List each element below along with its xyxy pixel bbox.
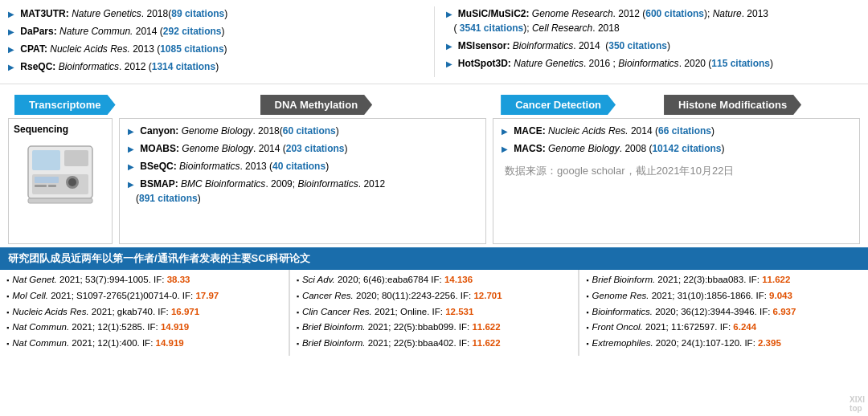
bullet-icon: ▪ (586, 308, 588, 319)
citation-macs: MACS: Genome Biology. 2008 (10142 citati… (502, 141, 851, 156)
bullet-icon: ▪ (6, 292, 9, 303)
tool-name: CPAT: (20, 43, 50, 55)
svg-rect-6 (35, 177, 59, 183)
pub-text: Brief Bioinform. 2021; 22(5):bbaa402. IF… (302, 336, 501, 351)
watermark: XIXItop (850, 395, 865, 413)
source-note: 数据来源：google scholar，截止2021年10月22日 (502, 164, 851, 178)
tool-name: HotSpot3D: (458, 58, 514, 69)
pub-text: Clin Cancer Res. 2021; Online. IF: 12.53… (302, 305, 474, 320)
pub-text: Front Oncol. 2021; 11:672597. IF: 6.244 (592, 320, 757, 335)
citations: 1314 citations (152, 61, 215, 72)
pub-item: ▪ Cancer Res. 2020; 80(11):2243-2256. IF… (297, 289, 572, 304)
transcriptome-label-wrapper: Transcriptome (14, 95, 116, 115)
citation-bsmap: BSMAP: BMC Bioinformatics. 2009; Bioinfo… (128, 177, 477, 206)
bullet-icon: ▪ (6, 275, 9, 287)
pub-text: Nat Commun. 2021; 12(1):5285. IF: 14.919 (12, 320, 189, 335)
citations: 1085 citations (160, 43, 223, 55)
pub-text: Bioinformatics. 2020; 36(12):3944-3946. … (592, 305, 796, 320)
sequencing-label: Sequencing (14, 124, 68, 135)
tool-name: DaPars: (20, 26, 59, 37)
top-left-citations: MAT3UTR: Nature Genetics. 2018(89 citati… (8, 6, 423, 77)
bullet-icon: ▪ (586, 275, 588, 287)
label-transcriptome: Transcriptome (14, 95, 116, 115)
citation-cpat: CPAT: Nucleic Acids Res. 2013 (1085 cita… (8, 42, 423, 56)
journal: Bioinformatics (59, 61, 119, 72)
pub-item: ▪ Nat Commun. 2021; 12(1):5285. IF: 14.9… (6, 320, 282, 335)
journal: Genome Research (532, 8, 613, 19)
publications-header: 研究团队成员近两年以第一作者/通讯作者发表的主要SCI科研论文 (0, 247, 868, 270)
pub-item: ▪ Nucleic Acids Res. 2021; gkab740. IF: … (6, 305, 282, 320)
pub-col-2: ▪ Sci Adv. 2020; 6(46):eaba6784 IF: 14.1… (290, 270, 579, 356)
journal: Nature Genetics (72, 8, 141, 19)
bullet-icon: ▪ (586, 323, 588, 334)
pub-item: ▪ Genome Res. 2021; 31(10):1856-1866. IF… (586, 289, 862, 304)
sequencer-image (20, 138, 100, 210)
tool-name: MuSiC/MuSiC2: (458, 8, 532, 19)
journal: Nature Commun. (59, 26, 133, 37)
content-section: Sequencing Canyon: Genome Biology. 2018(… (0, 115, 868, 247)
pub-item: ▪ Front Oncol. 2021; 11:672597. IF: 6.24… (586, 320, 862, 335)
citations: 115 citations (711, 58, 770, 69)
journal: Nucleic Acids Res. (50, 43, 130, 55)
citation-moabs: MOABS: Genome Biology. 2014 (203 citatio… (128, 141, 477, 156)
pub-item: ▪ Brief Bioinform. 2021; 22(3):bbaa083. … (586, 273, 862, 288)
pub-text: Cancer Res. 2020; 80(11):2243-2256. IF: … (302, 289, 502, 304)
pub-text: Genome Res. 2021; 31(10):1856-1866. IF: … (592, 289, 792, 304)
svg-rect-7 (35, 185, 47, 187)
bullet-icon: ▪ (6, 308, 9, 319)
cancer-detection-box: MACE: Nucleic Acids Res. 2014 (66 citati… (493, 118, 860, 244)
labels-row: Transcriptome DNA Methylation Cancer Det… (0, 84, 868, 115)
svg-rect-2 (64, 150, 88, 166)
bullet-icon: ▪ (297, 308, 299, 319)
citations: 600 citations (645, 8, 704, 19)
bullet-icon: ▪ (586, 292, 588, 303)
citation-msisensor: MSIsensor: Bioinformatics. 2014 (350 cit… (446, 39, 861, 53)
citation-rseqc: RseQC: Bioinformatics. 2012 (1314 citati… (8, 59, 423, 74)
bullet-icon: ▪ (586, 339, 588, 350)
dna-methylation-box: Canyon: Genome Biology. 2018(60 citation… (119, 118, 486, 244)
citation-dapars: DaPars: Nature Commun. 2014 (292 citatio… (8, 24, 423, 39)
journal: Nature Genetics (514, 58, 583, 69)
pub-item: ▪ Brief Bioinform. 2021; 22(5):bbaa402. … (297, 336, 572, 351)
pub-text: Brief Bioinform. 2021; 22(5):bbab099. IF… (302, 320, 501, 335)
bullet-icon: ▪ (297, 323, 299, 334)
publications-list: ▪ Nat Genet. 2021; 53(7):994-1005. IF: 3… (0, 270, 868, 356)
citations: 89 citations (171, 8, 224, 19)
bullet-icon: ▪ (297, 339, 299, 350)
histone-label-wrapper: Histone Modifications (664, 95, 801, 115)
citation-music: MuSiC/MuSiC2: Genome Research. 2012 (600… (446, 6, 861, 35)
citation-mace: MACE: Nucleic Acids Res. 2014 (66 citati… (502, 124, 851, 138)
bullet-icon: ▪ (297, 292, 299, 303)
pub-text: Sci Adv. 2020; 6(46):eaba6784 IF: 14.136 (302, 273, 473, 288)
citation-bseqc: BSeQC: Bioinformatics. 2013 (40 citation… (128, 159, 477, 173)
pub-text: Nat Genet. 2021; 53(7):994-1005. IF: 38.… (12, 273, 190, 288)
pub-item: ▪ Bioinformatics. 2020; 36(12):3944-3946… (586, 305, 862, 320)
pub-item: ▪ Brief Bioinform. 2021; 22(5):bbab099. … (297, 320, 572, 335)
pub-text: Mol Cell. 2021; S1097-2765(21)00714-0. I… (12, 289, 219, 304)
divider-vertical (434, 6, 435, 77)
citations: 350 citations (608, 40, 667, 51)
journal: Bioinformatics (513, 40, 573, 51)
bullet-icon: ▪ (297, 275, 299, 287)
cancer-label-wrapper: Cancer Detection (501, 95, 616, 115)
pub-item: ▪ Extremophiles. 2020; 24(1):107-120. IF… (586, 336, 862, 351)
main-container: MAT3UTR: Nature Genetics. 2018(89 citati… (0, 0, 868, 416)
pub-item: ▪ Sci Adv. 2020; 6(46):eaba6784 IF: 14.1… (297, 273, 572, 288)
dna-label-wrapper: DNA Methylation (260, 95, 373, 115)
publications-title: 研究团队成员近两年以第一作者/通讯作者发表的主要SCI科研论文 (8, 252, 310, 264)
citations-3541: 3541 citations (460, 22, 523, 34)
svg-point-5 (68, 178, 76, 186)
svg-rect-8 (48, 185, 56, 187)
citation-hotspot3d: HotSpot3D: Nature Genetics. 2016 ; Bioin… (446, 56, 861, 71)
tool-name: RseQC: (20, 61, 58, 72)
label-histone-modifications: Histone Modifications (664, 95, 801, 115)
sequencing-box: Sequencing (8, 118, 113, 244)
label-dna-methylation: DNA Methylation (260, 95, 373, 115)
tool-name: MAT3UTR: (20, 8, 72, 19)
pub-text: Nucleic Acids Res. 2021; gkab740. IF: 16… (12, 305, 199, 320)
bullet-icon: ▪ (6, 323, 9, 334)
citations: 292 citations (163, 26, 222, 37)
pub-col-1: ▪ Nat Genet. 2021; 53(7):994-1005. IF: 3… (0, 270, 289, 356)
pub-text: Extremophiles. 2020; 24(1):107-120. IF: … (592, 336, 781, 351)
svg-rect-9 (28, 198, 92, 203)
